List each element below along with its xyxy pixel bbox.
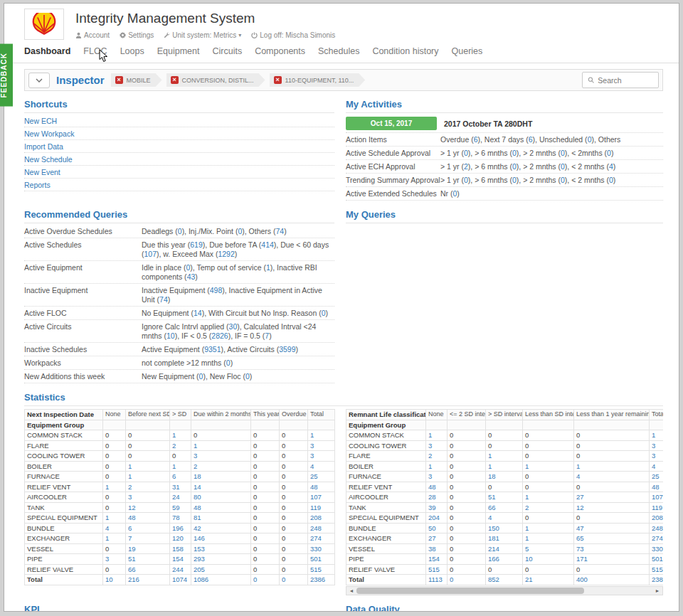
stat-cell[interactable]: 1: [523, 533, 574, 544]
stat-cell[interactable]: 852: [486, 575, 523, 585]
stat-cell[interactable]: 2: [126, 482, 170, 492]
nav-item-schedules[interactable]: Schedules: [318, 46, 359, 56]
stat-cell[interactable]: 81: [191, 513, 251, 524]
stat-cell[interactable]: 6: [170, 472, 191, 482]
stat-cell[interactable]: 59: [170, 502, 191, 513]
stat-cell[interactable]: 1: [486, 451, 523, 462]
stat-cell[interactable]: 166: [486, 554, 523, 565]
feedback-tab[interactable]: FEEDBACK: [0, 44, 13, 107]
stat-cell[interactable]: 205: [191, 564, 251, 575]
nav-item-dashboard[interactable]: Dashboard: [24, 46, 70, 56]
stat-cell[interactable]: 1: [574, 461, 650, 472]
count-link[interactable]: 2: [464, 162, 468, 171]
count-link[interactable]: 0: [453, 189, 457, 198]
stat-cell[interactable]: 65: [574, 533, 650, 544]
stat-cell[interactable]: 146: [191, 533, 251, 544]
shortcut-new-schedule[interactable]: New Schedule: [24, 153, 334, 166]
stat-cell[interactable]: 274: [308, 533, 335, 544]
remove-filter-icon[interactable]: ×: [115, 76, 123, 84]
stat-cell[interactable]: 21: [523, 575, 574, 585]
stat-cell[interactable]: 47: [574, 523, 650, 533]
count-link[interactable]: 9351: [204, 345, 221, 354]
stat-cell[interactable]: 6: [126, 523, 170, 533]
stat-cell[interactable]: 153: [191, 543, 251, 554]
count-link[interactable]: 0: [464, 149, 468, 157]
stat-cell[interactable]: 0: [448, 575, 486, 585]
stat-cell[interactable]: 248: [308, 523, 335, 533]
count-link[interactable]: 74: [159, 295, 168, 304]
stat-cell[interactable]: 1: [486, 461, 523, 472]
stat-cell[interactable]: 154: [426, 554, 448, 565]
breadcrumb-tag[interactable]: ×CONVERSION, DISTIL...: [166, 73, 265, 87]
stat-cell[interactable]: 0: [280, 575, 308, 585]
count-link[interactable]: 0: [588, 135, 592, 144]
stat-cell[interactable]: 3: [650, 440, 664, 451]
stat-cell[interactable]: 48: [126, 513, 170, 524]
unit-system-dropdown[interactable]: Unit system: Metrics ▾: [164, 31, 241, 39]
search-input[interactable]: [598, 76, 653, 85]
stat-cell[interactable]: 3: [103, 554, 126, 565]
count-link[interactable]: 30: [229, 322, 238, 331]
count-link[interactable]: 0: [238, 227, 242, 235]
shortcut-new-workpack[interactable]: New Workpack: [24, 127, 334, 140]
stat-cell[interactable]: 1: [103, 482, 126, 492]
stat-cell[interactable]: 1: [523, 523, 574, 533]
stat-cell[interactable]: 39: [426, 502, 448, 513]
shortcut-new-event[interactable]: New Event: [24, 166, 334, 179]
stat-cell[interactable]: 7: [126, 533, 170, 544]
stat-cell[interactable]: 274: [650, 533, 664, 544]
count-link[interactable]: 0: [226, 359, 231, 367]
stat-cell[interactable]: 78: [170, 513, 191, 524]
stat-cell[interactable]: 3: [650, 451, 664, 462]
stat-cell[interactable]: 204: [426, 513, 448, 524]
stat-cell[interactable]: 119: [308, 502, 335, 513]
count-link[interactable]: 43: [187, 272, 196, 281]
activity-date-badge[interactable]: Oct 15, 2017: [346, 117, 437, 130]
stat-cell[interactable]: 12: [574, 502, 650, 513]
stat-cell[interactable]: 158: [170, 543, 191, 554]
count-link[interactable]: 0: [561, 149, 565, 157]
stat-cell[interactable]: 1086: [191, 575, 251, 585]
stat-cell[interactable]: 1: [170, 430, 191, 441]
count-link[interactable]: 498: [210, 286, 223, 294]
stat-cell[interactable]: 4: [574, 472, 650, 482]
count-link[interactable]: 0: [245, 372, 250, 381]
count-link[interactable]: 10: [166, 331, 175, 340]
stat-cell[interactable]: 14: [191, 482, 251, 492]
stat-cell[interactable]: 50: [426, 523, 448, 533]
stat-cell[interactable]: 120: [170, 533, 191, 544]
stat-cell[interactable]: 208: [650, 513, 664, 524]
nav-item-floc[interactable]: FLOC: [83, 46, 107, 56]
stat-cell[interactable]: 501: [308, 554, 335, 565]
stat-cell[interactable]: 5: [523, 543, 574, 554]
stat-cell[interactable]: 18: [486, 472, 523, 482]
scroll-thumb[interactable]: [356, 588, 584, 594]
scroll-left-arrow-icon[interactable]: ◄: [346, 587, 356, 595]
stat-cell[interactable]: 1: [650, 430, 664, 441]
remove-filter-icon[interactable]: ×: [274, 76, 282, 84]
stat-cell[interactable]: 3: [191, 451, 251, 462]
horizontal-scrollbar[interactable]: ◄ ►: [346, 586, 663, 595]
stat-cell[interactable]: 501: [650, 554, 664, 565]
stat-cell[interactable]: 51: [486, 492, 523, 503]
count-link[interactable]: 1: [266, 263, 270, 272]
stat-cell[interactable]: 48: [650, 482, 664, 492]
shortcut-import-data[interactable]: Import Data: [24, 140, 334, 153]
stat-cell[interactable]: 1: [126, 461, 170, 472]
stat-cell[interactable]: 24: [170, 492, 191, 503]
stat-cell[interactable]: 4: [486, 513, 523, 524]
stat-cell[interactable]: 214: [486, 543, 523, 554]
stat-cell[interactable]: 3: [126, 492, 170, 503]
stat-cell[interactable]: 10: [523, 554, 574, 565]
count-link[interactable]: 0: [186, 263, 190, 272]
count-link[interactable]: 0: [464, 176, 468, 184]
stat-cell[interactable]: 1: [308, 430, 335, 441]
stat-cell[interactable]: 400: [574, 575, 650, 585]
stat-cell[interactable]: 66: [486, 502, 523, 513]
account-link[interactable]: Account: [75, 31, 110, 39]
count-link[interactable]: 1292: [218, 250, 234, 258]
stat-cell[interactable]: 2: [170, 440, 191, 451]
count-link[interactable]: 0: [199, 372, 203, 381]
stat-cell[interactable]: 244: [170, 564, 191, 575]
stat-cell[interactable]: 515: [650, 564, 664, 575]
